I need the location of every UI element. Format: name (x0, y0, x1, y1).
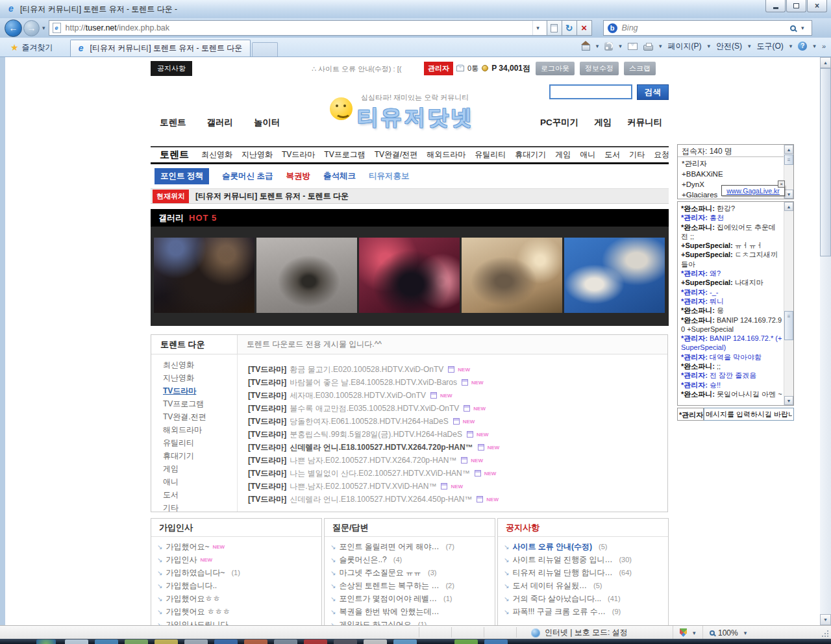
torrent-title[interactable]: 신데렐라 언니.E18.100527.HDTV.X264.720p-HAN™ (290, 442, 473, 453)
gallery-photo[interactable] (462, 238, 562, 313)
scroll-up-icon[interactable]: ▲ (784, 202, 793, 211)
taskbar-app-icon[interactable] (454, 639, 478, 644)
category-link[interactable]: 기타 (629, 149, 645, 160)
search-box[interactable]: b Bing ▾ (603, 20, 812, 36)
back-button[interactable]: ← (5, 19, 22, 37)
scroll-down-icon[interactable]: ▼ (820, 614, 831, 625)
chat-scrollbar[interactable]: ▲ ≡ ▼ (784, 202, 793, 405)
torrent-row[interactable]: [TV드라마]볼수록 애교만점.E035.100528.HDTV.XviD-On… (248, 402, 667, 415)
gallery-photo[interactable] (154, 238, 254, 313)
points-link[interactable]: 복권방 (286, 171, 310, 182)
board-category[interactable]: 기타 (151, 502, 237, 515)
taskbar-app-icon[interactable] (334, 639, 357, 644)
list-item[interactable]: ↘포인트 올릴려면 어케 해야…(7) (325, 540, 495, 553)
torrent-title[interactable]: 황금 물고기.E020.100528.HDTV.XviD-OnTV (290, 364, 443, 375)
torrent-row[interactable]: [TV드라마]신데렐라 언니.E18.100527.HDTV.X264.720p… (248, 441, 667, 454)
forward-button[interactable]: → (23, 20, 40, 36)
points-link[interactable]: 출석체크 (323, 171, 356, 182)
torrent-row[interactable]: [TV드라마]세자매.E030.100528.HDTV.XviD-OnTVNEW (248, 389, 667, 402)
notice-ticker[interactable]: ∴ 사이트 오류 안내(수정) : [( (312, 64, 401, 74)
address-dropdown[interactable]: ▾ (532, 21, 543, 35)
category-link[interactable]: 애니 (580, 149, 595, 160)
board-box-title[interactable]: 가입인사 (151, 519, 321, 537)
category-link[interactable]: 최신영화 (201, 149, 232, 160)
category-link[interactable]: 지난영화 (242, 149, 273, 160)
main-nav-link[interactable]: 갤러리 (207, 117, 234, 129)
torrent-title[interactable]: 세자매.E030.100528.HDTV.XviD-OnTV (290, 390, 426, 401)
points-link[interactable]: 포인트 정책 (155, 168, 209, 184)
list-item[interactable]: ↘게임카드 하고싶어요(1) (325, 618, 495, 625)
help-icon[interactable]: ? (798, 42, 807, 51)
category-link[interactable]: 게임 (555, 149, 571, 160)
safety-menu[interactable]: 안전(S) (716, 41, 742, 52)
gallery-photo[interactable] (256, 238, 357, 313)
mail-icon[interactable] (628, 43, 638, 50)
message-icon[interactable] (456, 66, 464, 71)
main-nav-link[interactable]: PC꾸미기 (540, 117, 578, 129)
category-link[interactable]: TV드라마 (282, 149, 315, 160)
taskbar[interactable] (0, 639, 831, 644)
taskbar-app-icon[interactable] (125, 639, 148, 644)
board-category[interactable]: 게임 (151, 463, 237, 476)
feed-icon[interactable] (604, 42, 613, 51)
torrent-row[interactable]: [TV드라마]나는 별일없이 산다.E02.100527.HDTV.XViD-H… (248, 467, 667, 480)
taskbar-app-icon[interactable] (95, 639, 118, 644)
page-menu[interactable]: 페이지(P) (667, 41, 701, 52)
list-item[interactable]: ↘가입했습니다.. (151, 579, 321, 592)
list-item[interactable]: ↘가입하였습니다~(1) (151, 566, 321, 579)
list-item[interactable]: ↘가입했어요ㅎㅎ (151, 592, 321, 605)
logout-button[interactable]: 로그아웃 (536, 62, 575, 75)
start-button[interactable] (36, 639, 56, 644)
tools-menu-dropdown[interactable]: ▾ (789, 43, 793, 49)
list-item[interactable]: ↘손상된 토렌트는 복구하는 …(2) (325, 579, 495, 592)
home-icon[interactable] (582, 45, 590, 51)
scroll-down-icon[interactable]: ▼ (784, 396, 793, 405)
taskbar-app-icon[interactable] (214, 639, 238, 644)
main-nav-link[interactable]: 토렌트 (160, 117, 186, 129)
board-category[interactable]: 지난영화 (151, 372, 237, 385)
gallery-photo[interactable] (359, 238, 460, 313)
torrent-title[interactable]: 나쁜 남자.E02.100527.HDTV.X264.720p-HAN™ (290, 455, 456, 466)
torrent-title[interactable]: 나는 별일없이 산다.E02.100527.HDTV.XViD-HAN™ (290, 468, 469, 479)
category-link[interactable]: 도서 (604, 149, 620, 160)
list-item[interactable]: ↘복권을 한번 밖에 안했는데… (325, 605, 495, 618)
board-category[interactable]: 애니 (151, 476, 237, 489)
board-box-title[interactable]: 공지사항 (498, 519, 668, 537)
page-scrollbar[interactable]: ▲ ▼ (820, 57, 831, 625)
list-item[interactable]: ↘도서 데이터 유실됬…(5) (498, 579, 668, 592)
minimize-button[interactable] (765, 0, 786, 12)
taskbar-app-icon[interactable] (484, 639, 508, 644)
page-menu-dropdown[interactable]: ▾ (707, 43, 710, 49)
taskbar-app-icon[interactable] (274, 639, 297, 644)
category-current[interactable]: 토렌트 (160, 149, 189, 161)
edit-info-button[interactable]: 정보수정 (580, 62, 619, 75)
close-button[interactable]: × (807, 0, 827, 12)
site-search-input[interactable] (549, 84, 632, 99)
message-count[interactable]: 0통 (467, 64, 478, 73)
address-bar[interactable]: e http://tuser.net/index.php.bak ▾ (49, 20, 547, 36)
print-dropdown[interactable]: ▾ (659, 43, 662, 49)
torrent-row[interactable]: [TV드라마]신데렐라 언니.E18.100527.HDTV.X264.450p… (248, 493, 667, 506)
search-dropdown[interactable]: ▾ (801, 25, 804, 31)
active-tab[interactable]: e [티유저 커뮤니티] 토렌트 유저 - 토렌트 다운 (70, 40, 251, 56)
tools-menu[interactable]: 도구(O) (756, 41, 783, 52)
compatibility-view-button[interactable] (547, 20, 562, 36)
board-category[interactable]: TV완결.전편 (151, 411, 237, 424)
ad-popup-link[interactable]: www.GagaLive.kr (726, 187, 780, 195)
favorites-button[interactable]: ★ 즐겨찾기 (4, 40, 60, 55)
refresh-button[interactable]: ↻ (562, 20, 577, 36)
main-nav-link[interactable]: 커뮤니티 (627, 117, 662, 129)
list-item[interactable]: ↘마그넷 주소질문요 ㅠㅠ(3) (325, 566, 495, 579)
taskbar-app-icon[interactable] (304, 639, 327, 644)
online-user[interactable]: +BBAKXiNE (682, 169, 782, 179)
users-scrollbar[interactable]: ▲ ≡ ▼ (784, 145, 793, 199)
board-category[interactable]: TV드라마 (151, 385, 237, 398)
safety-menu-dropdown[interactable]: ▾ (748, 43, 751, 49)
list-item[interactable]: ↘거의 죽다 살아났습니다...(41) (498, 592, 668, 605)
board-category[interactable]: 휴대기기 (151, 450, 237, 463)
print-icon[interactable] (643, 45, 653, 51)
help-dropdown[interactable]: ▾ (813, 43, 816, 49)
popup-close-icon[interactable]: × (778, 180, 785, 188)
taskbar-app-icon[interactable] (393, 639, 417, 644)
torrent-title[interactable]: 나쁜.남자.E02.100527.HDTV.XViD-HAN™ (290, 481, 436, 492)
